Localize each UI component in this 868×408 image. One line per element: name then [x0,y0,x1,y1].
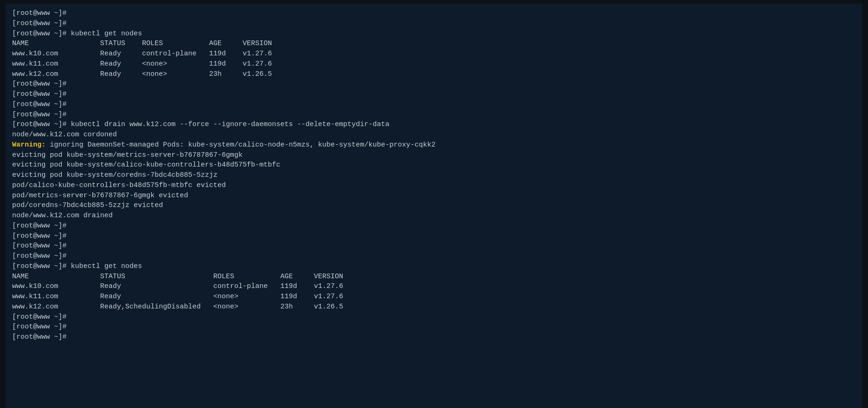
terminal-line: [root@www ~]# [12,231,856,241]
terminal-line: [root@www ~]# [12,89,856,100]
terminal-command-drain: [root@www ~]# kubectl drain www.k12.com … [12,120,856,130]
evicting-1: evicting pod kube-system/metrics-server-… [12,150,856,161]
table-header-2: NAME STATUS ROLES AGE VERSION [12,272,856,282]
table-row-k10-1: www.k10.com Ready control-plane 119d v1.… [12,49,856,59]
terminal-line: [root@www ~]# [12,221,856,231]
table-header-1: NAME STATUS ROLES AGE VERSION [12,39,856,49]
terminal-command-get-nodes-2: [root@www ~]# kubectl get nodes [12,261,856,272]
table-row-k11-1: www.k11.com Ready <none> 119d v1.27.6 [12,59,856,69]
terminal-line: [root@www ~]# [12,8,856,19]
terminal-line: [root@www ~]# [12,251,856,261]
warning-text: ignoring DaemonSet-managed Pods: kube-sy… [46,141,435,149]
table-row-k12-2: www.k12.com Ready,SchedulingDisabled <no… [12,302,856,312]
evicted-1: pod/calico-kube-controllers-b48d575fb-mt… [12,181,856,191]
evicting-2: evicting pod kube-system/calico-kube-con… [12,160,856,170]
terminal-line: [root@www ~]# [12,322,856,332]
warning-label: Warning: [12,141,46,149]
table-row-k10-2: www.k10.com Ready control-plane 119d v1.… [12,281,856,292]
terminal-line: [root@www ~]# [12,241,856,251]
terminal-command-get-nodes-1: [root@www ~]# kubectl get nodes [12,29,856,39]
terminal-line: [root@www ~]# [12,110,856,120]
terminal-line: [root@www ~]# [12,312,856,322]
terminal-line: [root@www ~]# [12,100,856,110]
terminal-window[interactable]: [root@www ~]# [root@www ~]# [root@www ~]… [6,4,862,408]
terminal-line: [root@www ~]# [12,19,856,29]
terminal-line: [root@www ~]# [12,332,856,342]
warning-line: Warning: ignoring DaemonSet-managed Pods… [12,140,856,150]
evicting-3: evicting pod kube-system/coredns-7bdc4cb… [12,170,856,181]
evicted-3: pod/coredns-7bdc4cb885-5zzjz evicted [12,201,856,211]
cordoned-output: node/www.k12.com cordoned [12,130,856,140]
table-row-k12-1: www.k12.com Ready <none> 23h v1.26.5 [12,69,856,80]
table-row-k11-2: www.k11.com Ready <none> 119d v1.27.6 [12,292,856,302]
drained-output: node/www.k12.com drained [12,211,856,221]
terminal-line: [root@www ~]# [12,79,856,89]
evicted-2: pod/metrics-server-b76787867-6gmgk evict… [12,191,856,201]
